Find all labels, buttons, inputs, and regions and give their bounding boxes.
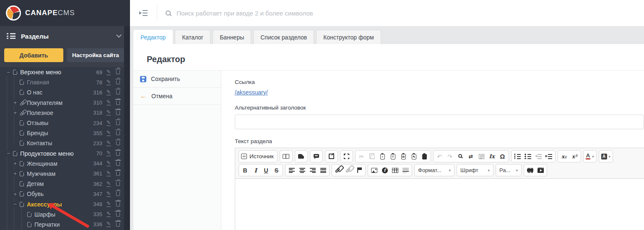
select-all-button[interactable]: [476, 151, 487, 162]
text-color-button[interactable]: A▾: [584, 151, 595, 162]
sections-header[interactable]: Разделы: [0, 26, 130, 46]
edit-icon[interactable]: ✎: [106, 90, 111, 95]
source-button[interactable]: <>Источник: [240, 151, 276, 162]
align-justify-button[interactable]: [318, 165, 328, 175]
tab-item[interactable]: Конструктор форм: [316, 30, 381, 44]
delete-icon[interactable]: [116, 202, 120, 206]
tree-item[interactable]: Главная78✎: [0, 77, 130, 87]
tree-item[interactable]: −Верхнее меню69✎: [0, 67, 130, 77]
strikethrough-button[interactable]: S: [271, 165, 282, 175]
italic-button[interactable]: I: [250, 165, 261, 175]
delete-icon[interactable]: [116, 121, 120, 125]
tree-toggle-icon[interactable]: −: [6, 70, 13, 75]
delete-icon[interactable]: [116, 70, 120, 74]
tab-item[interactable]: Список разделов: [253, 30, 314, 44]
edit-icon[interactable]: ✎: [106, 110, 111, 115]
tree-toggle-icon[interactable]: +: [13, 161, 20, 166]
delete-icon[interactable]: [116, 212, 120, 217]
search-input[interactable]: [177, 10, 386, 17]
edit-icon[interactable]: ✎: [106, 120, 111, 126]
format-select[interactable]: Формат...▾: [414, 164, 454, 176]
paste-button[interactable]: ≡: [377, 151, 388, 162]
site-settings-button[interactable]: Настройка сайта: [67, 48, 125, 62]
delete-icon[interactable]: [116, 141, 120, 145]
tab-item[interactable]: Каталог: [175, 30, 210, 44]
edit-icon[interactable]: ✎: [106, 70, 111, 75]
templates-button[interactable]: [296, 151, 306, 162]
tree-item[interactable]: Детям362✎: [0, 179, 130, 189]
tab-item[interactable]: Баннеры: [213, 30, 251, 44]
tree-item[interactable]: +Мужчинам361✎: [0, 169, 130, 179]
add-button[interactable]: Добавить: [4, 48, 63, 62]
delete-icon[interactable]: [116, 101, 120, 105]
edit-icon[interactable]: ✎: [106, 151, 111, 156]
delete-icon[interactable]: [116, 131, 120, 135]
edit-icon[interactable]: ✎: [106, 222, 111, 227]
bulleted-list-button[interactable]: [523, 151, 533, 162]
special-char-button[interactable]: Ω: [497, 151, 508, 162]
tree-item[interactable]: Бренды355✎: [0, 128, 130, 138]
delete-icon[interactable]: [116, 111, 120, 115]
tree-toggle-icon[interactable]: −: [13, 201, 20, 207]
tree-item[interactable]: −Продуктовое меню70✎: [0, 149, 130, 159]
tree-item[interactable]: −Аксессуары348✎: [0, 199, 130, 209]
clipboard-button[interactable]: [419, 151, 430, 162]
numbered-list-button[interactable]: [512, 151, 523, 162]
comment-button[interactable]: [311, 151, 322, 162]
paste-special-button[interactable]: ✎: [409, 151, 419, 162]
image-button[interactable]: [369, 165, 379, 175]
edit-icon[interactable]: ✎: [106, 100, 111, 105]
delete-icon[interactable]: [116, 162, 120, 166]
edit-icon[interactable]: ✎: [106, 181, 111, 187]
tree-item[interactable]: Перчатки336✎: [0, 220, 130, 230]
font-select[interactable]: Шрифт▾: [457, 164, 493, 176]
tree-toggle-icon[interactable]: +: [13, 171, 20, 176]
tree-item[interactable]: +Обувь347✎: [0, 189, 130, 199]
bold-button[interactable]: B: [240, 165, 250, 175]
remove-format-button[interactable]: Ix: [487, 151, 497, 162]
horizontal-rule-button[interactable]: [400, 165, 411, 175]
tree-toggle-icon[interactable]: +: [13, 110, 20, 115]
film-button[interactable]: [525, 165, 535, 175]
new-window-button[interactable]: [326, 151, 337, 162]
edit-icon[interactable]: ✎: [106, 212, 111, 217]
edit-icon[interactable]: ✎: [106, 201, 111, 207]
tree-item[interactable]: +Полезное318✎: [0, 108, 130, 118]
table-button[interactable]: [390, 165, 400, 175]
superscript-button[interactable]: x²: [569, 151, 580, 162]
indent-button[interactable]: [544, 151, 554, 162]
link-button[interactable]: [333, 165, 343, 175]
delete-icon[interactable]: [116, 80, 120, 84]
chevron-down-icon[interactable]: [116, 32, 122, 38]
edit-icon[interactable]: ✎: [106, 171, 111, 176]
edit-icon[interactable]: ✎: [106, 141, 111, 146]
video-button[interactable]: [535, 165, 546, 175]
replace-button[interactable]: ⇄: [466, 151, 476, 162]
align-left-button[interactable]: [286, 165, 297, 175]
sidebar-scrollbar-track[interactable]: [124, 26, 130, 230]
section-link[interactable]: /aksessuary/: [235, 89, 268, 96]
underline-button[interactable]: U: [261, 165, 271, 175]
find-button[interactable]: [455, 151, 466, 162]
edit-icon[interactable]: ✎: [106, 80, 111, 85]
anchor-button[interactable]: [354, 165, 364, 175]
align-right-button[interactable]: [307, 165, 318, 175]
delete-icon[interactable]: [116, 182, 120, 186]
save-button[interactable]: Сохранить: [133, 71, 221, 88]
tree-toggle-icon[interactable]: −: [6, 151, 13, 156]
edit-icon[interactable]: ✎: [106, 191, 111, 197]
delete-icon[interactable]: [116, 222, 120, 227]
paste-text-button[interactable]: T: [388, 151, 398, 162]
tree-toggle-icon[interactable]: +: [13, 191, 20, 197]
delete-icon[interactable]: [116, 90, 120, 94]
alt-title-input[interactable]: [235, 115, 644, 129]
preview-button[interactable]: [281, 151, 291, 162]
tree-item[interactable]: +Женщинам344✎: [0, 159, 130, 169]
size-select[interactable]: Ра...▾: [496, 164, 522, 176]
align-center-button[interactable]: [297, 165, 307, 175]
tree-item[interactable]: Отзывы234✎: [0, 118, 130, 128]
flash-button[interactable]: f: [379, 165, 390, 175]
delete-icon[interactable]: [116, 172, 120, 176]
edit-icon[interactable]: ✎: [106, 161, 111, 166]
bg-color-button[interactable]: A▾: [600, 151, 612, 162]
